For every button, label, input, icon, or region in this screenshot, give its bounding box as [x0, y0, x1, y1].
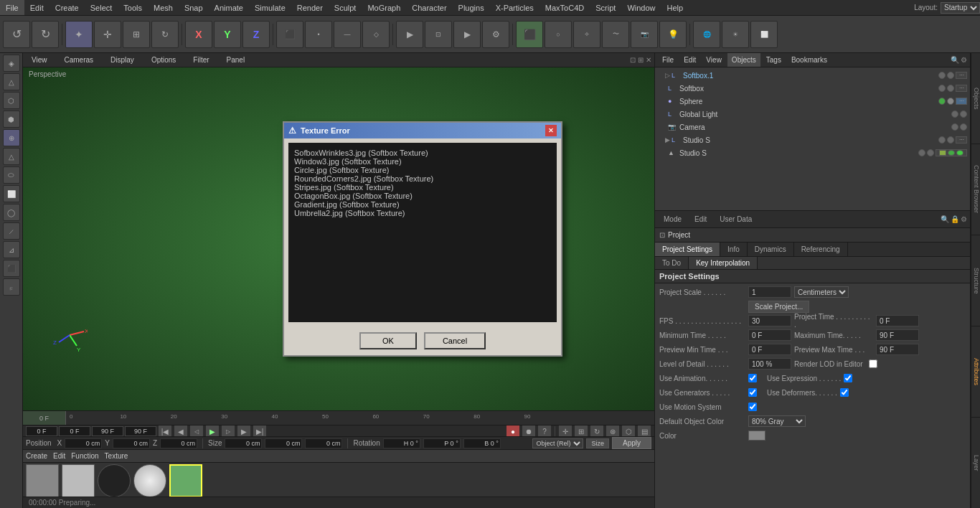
render-lod-checkbox[interactable] [869, 359, 877, 368]
obj-edit-tab[interactable]: Edit [679, 53, 700, 67]
deformer-btn[interactable]: ⟡ [573, 21, 600, 48]
content-browser-side-label[interactable]: Content Browser [971, 144, 980, 235]
project-scale-unit-select[interactable]: Centimeters [794, 286, 849, 298]
obj-tags-tab[interactable]: Tags [762, 53, 786, 67]
left-tool-7[interactable]: ⬭ [3, 166, 20, 184]
attributes-side-label[interactable]: Attributes [971, 326, 980, 418]
point-mode-btn[interactable]: • [305, 21, 332, 48]
structure-side-label[interactable]: Structure [971, 235, 980, 326]
redo-btn[interactable]: ↻ [32, 21, 59, 48]
attr-userdata-tab[interactable]: User Data [714, 214, 758, 225]
left-tool-4[interactable]: ⬢ [3, 110, 20, 128]
select-tool-btn[interactable]: ✦ [65, 21, 93, 48]
sz-input[interactable] [305, 438, 342, 448]
rotate-btn[interactable]: ↻ [151, 21, 179, 48]
spline-btn[interactable]: 〜 [602, 21, 629, 48]
menu-tools[interactable]: Tools [118, 0, 148, 15]
color-swatch[interactable] [748, 431, 765, 441]
project-time-input[interactable] [876, 315, 919, 326]
sub-tab-todo[interactable]: To Do [655, 257, 689, 269]
obj-bookmarks-tab[interactable]: Bookmarks [787, 53, 831, 67]
move-btn[interactable]: ✛ [94, 21, 121, 48]
obj-file-tab[interactable]: File [658, 53, 678, 67]
cameras-tab[interactable]: Cameras [59, 56, 100, 64]
coord-system-select[interactable]: Object (Rel) [532, 438, 583, 448]
light-btn[interactable]: 💡 [659, 21, 687, 48]
camera-btn[interactable]: 📷 [631, 21, 658, 48]
obj-objects-tab[interactable]: Objects [727, 53, 760, 67]
left-tool-11[interactable]: ⊿ [3, 241, 20, 258]
x-position-input[interactable] [65, 438, 102, 448]
panel-tab[interactable]: Panel [221, 56, 251, 64]
proj-tab-dynamics[interactable]: Dynamics [748, 243, 794, 256]
left-tool-1[interactable]: ◈ [3, 55, 20, 72]
obj-search-icon[interactable]: 🔍 [951, 56, 959, 64]
attr-edit-tab[interactable]: Edit [689, 214, 712, 225]
rh-input[interactable] [383, 438, 420, 448]
attr-search-icon[interactable]: 🔍 [941, 215, 949, 223]
left-tool-13[interactable]: ⟔ [3, 278, 20, 296]
end-time-input2[interactable] [125, 426, 156, 436]
default-obj-color-select[interactable]: 80% Gray [748, 415, 806, 427]
current-time-input2[interactable] [59, 426, 90, 436]
obj-row-camera[interactable]: 📷 Camera [656, 121, 969, 133]
menu-sculpt[interactable]: Sculpt [329, 0, 362, 15]
floor-btn[interactable]: ⬜ [750, 21, 778, 48]
proj-tab-info[interactable]: Info [720, 243, 748, 256]
dialog-cancel-button[interactable]: Cancel [424, 332, 486, 349]
sky-btn[interactable]: ☀ [722, 21, 749, 48]
objects-side-label[interactable]: Objects [971, 53, 980, 144]
nurbs-btn[interactable]: ○ [545, 21, 572, 48]
end-time-input[interactable] [92, 426, 123, 436]
filter-tab[interactable]: Filter [187, 56, 215, 64]
render-settings-btn[interactable]: ⚙ [482, 21, 509, 48]
menu-file[interactable]: File [0, 0, 24, 15]
mat-function-label[interactable]: Function [71, 452, 98, 460]
obj-row-softbox1[interactable]: ▷ L Softbox.1 ⋯ [656, 69, 969, 82]
left-tool-2[interactable]: △ [3, 73, 20, 90]
min-time-input[interactable] [748, 329, 791, 341]
z-position-input[interactable] [160, 438, 197, 448]
attr-lock-icon[interactable]: 🔒 [951, 215, 959, 223]
use-anim-checkbox[interactable] [748, 374, 757, 382]
left-tool-10[interactable]: ⟋ [3, 222, 20, 240]
menu-script[interactable]: Script [590, 0, 621, 15]
object-mode-btn[interactable]: ⬛ [276, 21, 303, 48]
dialog-ok-button[interactable]: OK [359, 332, 417, 349]
left-tool-8[interactable]: ⬜ [3, 185, 20, 202]
view-tab[interactable]: View [26, 56, 53, 64]
mat-create-label[interactable]: Create [26, 452, 47, 460]
size-button[interactable]: Size [586, 438, 609, 448]
left-tool-9[interactable]: ◯ [3, 204, 20, 221]
menu-render[interactable]: Render [291, 0, 329, 15]
menu-mograph[interactable]: MoGraph [362, 0, 406, 15]
obj-row-studios-child[interactable]: ▲ Studio S [656, 146, 969, 159]
left-tool-12[interactable]: ⬛ [3, 260, 20, 277]
sx-input[interactable] [225, 438, 262, 448]
scale-btn[interactable]: ⊞ [123, 21, 150, 48]
render-region-btn[interactable]: ⊡ [425, 21, 452, 48]
menu-help[interactable]: Help [661, 0, 689, 15]
scale-project-button[interactable]: Scale Project... [748, 301, 809, 313]
x-axis-btn[interactable]: X [185, 21, 212, 48]
rp-input[interactable] [423, 438, 461, 448]
layer-side-label[interactable]: Layer [971, 418, 980, 508]
project-scale-input[interactable] [748, 286, 791, 298]
poly-mode-btn[interactable]: ◇ [362, 21, 390, 48]
menu-select[interactable]: Select [85, 0, 118, 15]
use-gen-checkbox[interactable] [748, 388, 757, 397]
left-tool-5[interactable]: ⊕ [3, 129, 20, 146]
use-expr-checkbox[interactable] [844, 374, 852, 382]
options-tab[interactable]: Options [146, 56, 182, 64]
edge-mode-btn[interactable]: — [334, 21, 361, 48]
proj-tab-settings[interactable]: Project Settings [655, 243, 720, 256]
proj-tab-referencing[interactable]: Referencing [794, 243, 848, 256]
environment-btn[interactable]: 🌐 [693, 21, 720, 48]
preview-min-input[interactable] [748, 344, 791, 355]
sy-input[interactable] [265, 438, 302, 448]
attr-settings-icon[interactable]: ⚙ [961, 215, 967, 223]
menu-character[interactable]: Character [406, 0, 452, 15]
use-deformers-checkbox[interactable] [840, 388, 849, 397]
y-position-input[interactable] [113, 438, 150, 448]
left-tool-3[interactable]: ⬡ [3, 92, 20, 109]
